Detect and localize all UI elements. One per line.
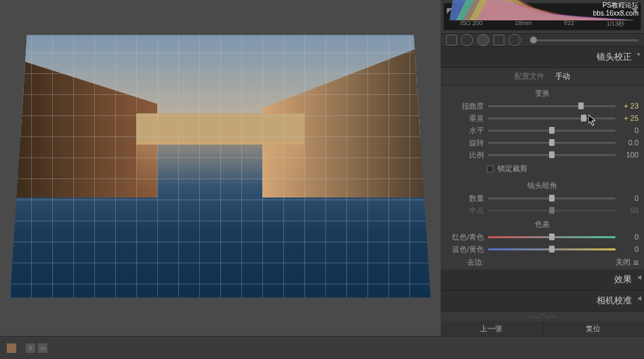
- blue-yellow-row: 蓝色/黄色 0: [441, 243, 644, 255]
- brush-tool-icon[interactable]: [508, 34, 521, 46]
- image-preview-area[interactable]: [0, 0, 441, 336]
- rotate-slider-row: 旋转 0.0: [441, 136, 644, 149]
- horizontal-label: 水平: [446, 126, 488, 136]
- vertical-value[interactable]: + 25: [616, 114, 639, 122]
- exif-focal: 18mm: [515, 20, 531, 29]
- vertical-slider[interactable]: [488, 117, 616, 119]
- defringe-label: 去边:: [446, 257, 488, 267]
- tab-manual[interactable]: 手动: [555, 71, 570, 81]
- constrain-crop-row: 锁定裁剪: [441, 161, 644, 178]
- red-cyan-value[interactable]: 0: [616, 233, 639, 241]
- defringe-dropdown[interactable]: 关闭 ≡: [616, 257, 639, 267]
- scale-label: 比例: [446, 150, 488, 160]
- lens-correction-header[interactable]: 镜头校正: [441, 47, 644, 68]
- image-preview: [10, 10, 430, 322]
- distortion-slider-row: 扭曲度 + 23: [441, 100, 644, 112]
- defringe-row: 去边: 关闭 ≡: [441, 255, 644, 269]
- prev-button[interactable]: 上一张: [441, 321, 543, 336]
- vignette-midpoint-row: 中点 50: [441, 204, 644, 216]
- grad-filter-tool-icon[interactable]: [494, 35, 504, 45]
- horizontal-slider[interactable]: [488, 130, 616, 132]
- redeye-tool-icon[interactable]: [477, 34, 489, 46]
- ornament: ⌢◡◠◡⌣: [441, 311, 644, 321]
- vignette-midpoint-slider[interactable]: [488, 210, 616, 212]
- vignette-amount-label: 数量: [446, 193, 488, 204]
- bottom-nav: 上一张 复位: [441, 321, 644, 336]
- vignette-midpoint-label: 中点: [446, 206, 488, 216]
- scale-slider[interactable]: [488, 154, 616, 156]
- transform-section-title: 变换: [441, 86, 644, 100]
- constrain-crop-checkbox[interactable]: [487, 166, 494, 172]
- exif-aperture: f/22: [564, 20, 574, 29]
- rotate-label: 旋转: [446, 138, 488, 148]
- footer-compare-button[interactable]: ▭: [38, 343, 47, 353]
- red-cyan-label: 红色/青色: [446, 232, 488, 242]
- tab-profile[interactable]: 配置文件: [515, 71, 544, 81]
- camera-calibration-header[interactable]: 相机校准: [441, 290, 644, 311]
- footer-bar: Y ▭: [0, 336, 644, 359]
- vignette-midpoint-value[interactable]: 50: [616, 206, 639, 214]
- scale-slider-row: 比例 100: [441, 149, 644, 161]
- red-cyan-row: 红色/青色 0: [441, 231, 644, 243]
- watermark: PS教程论坛 bbs.16xx8.com: [593, 1, 639, 18]
- exif-iso: ISO 200: [460, 20, 483, 29]
- tool-strip: [441, 33, 644, 47]
- vignette-section-title: 镜头暗角: [441, 178, 644, 192]
- footer-swatch[interactable]: [7, 343, 16, 353]
- vignette-amount-value[interactable]: 0: [616, 194, 639, 202]
- exif-info: ISO 200 18mm f/22 1/13秒: [444, 20, 641, 29]
- rotate-slider[interactable]: [488, 142, 616, 144]
- vignette-amount-row: 数量 0: [441, 192, 644, 204]
- vignette-amount-slider[interactable]: [488, 197, 616, 200]
- constrain-crop-label: 锁定裁剪: [498, 164, 527, 174]
- tool-size-slider[interactable]: [530, 39, 639, 41]
- rotate-value[interactable]: 0.0: [616, 138, 639, 147]
- footer-y-button[interactable]: Y: [26, 343, 35, 353]
- effects-header[interactable]: 效果: [441, 269, 644, 290]
- develop-panel: ◤ ◥ ISO 200 18mm f/22 1/13秒: [441, 0, 644, 336]
- main-layout: ◤ ◥ ISO 200 18mm f/22 1/13秒: [0, 0, 644, 336]
- crop-tool-icon[interactable]: [446, 35, 457, 45]
- distortion-value[interactable]: + 23: [616, 102, 639, 110]
- red-cyan-slider[interactable]: [488, 236, 616, 238]
- exif-shutter: 1/13秒: [607, 20, 625, 29]
- lens-correction-tabs: 配置文件 手动: [441, 68, 644, 86]
- dropdown-icon: ≡: [633, 260, 639, 265]
- scale-value[interactable]: 100: [616, 151, 639, 159]
- spot-tool-icon[interactable]: [461, 34, 473, 46]
- blue-yellow-slider[interactable]: [488, 248, 616, 250]
- vertical-label: 垂直: [446, 113, 488, 124]
- reset-button[interactable]: 复位: [543, 321, 645, 336]
- horizontal-value[interactable]: 0: [616, 126, 639, 134]
- chromatic-section-title: 色差: [441, 216, 644, 231]
- blue-yellow-value[interactable]: 0: [616, 245, 639, 253]
- blue-yellow-label: 蓝色/黄色: [446, 244, 488, 254]
- horizontal-slider-row: 水平 0: [441, 124, 644, 136]
- vertical-slider-row: 垂直 + 25: [441, 112, 644, 124]
- distortion-label: 扭曲度: [446, 101, 488, 111]
- distortion-slider[interactable]: [488, 105, 616, 107]
